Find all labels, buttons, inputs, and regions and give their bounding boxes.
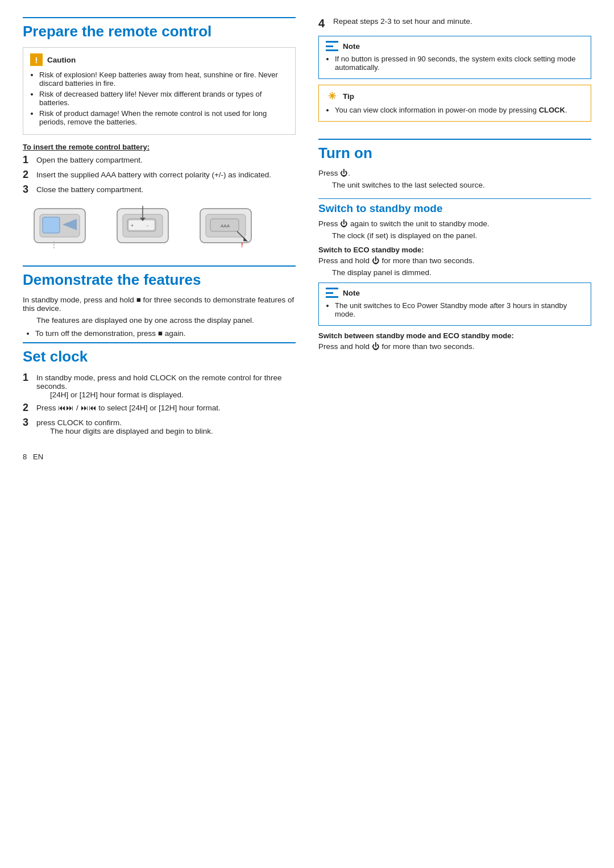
caution-header: ! Caution <box>30 53 288 66</box>
turn-on-body: Press ⏻. The unit switches to the last s… <box>318 169 591 189</box>
tip-header: ✳ Tip <box>326 90 584 102</box>
note-box-2: Note The unit switches to Eco Power Stan… <box>318 283 591 326</box>
demonstrate-bullet1: To turn off the demonstration, press ■ a… <box>35 329 296 338</box>
caution-box: ! Caution Risk of explosion! Keep batter… <box>23 47 296 135</box>
note2-label: Note <box>343 289 360 297</box>
demonstrate-para1: In standby mode, press and hold ■ for th… <box>23 296 296 313</box>
standby-title: Switch to standby mode <box>318 198 591 215</box>
clock-step-num: 3 <box>23 417 33 435</box>
page-lang: EN <box>33 452 43 461</box>
tip-list: You can view clock information in power-… <box>326 106 584 114</box>
turn-on-desc: The unit switches to the last selected s… <box>318 181 591 189</box>
caution-icon: ! <box>30 53 43 66</box>
step-text: Close the battery compartment. <box>36 185 143 196</box>
demonstrate-title: Demonstrate the features <box>23 265 296 289</box>
caution-item: Risk of product damage! When the remote … <box>39 109 288 126</box>
step-3: 3 Close the battery compartment. <box>23 184 296 196</box>
demonstrate-bullets: To turn off the demonstration, press ■ a… <box>23 329 296 338</box>
prepare-title: Prepare the remote control <box>23 17 296 40</box>
note2-list: The unit switches to Eco Power Standby m… <box>326 301 584 318</box>
right-column: 4 Repeat steps 2-3 to set hour and minut… <box>318 17 591 461</box>
caution-item: Risk of explosion! Keep batteries away f… <box>39 70 288 88</box>
eco-body: Press and hold ⏻ for more than two secon… <box>318 256 591 277</box>
note1-label: Note <box>343 42 360 51</box>
tip-item: You can view clock information in power-… <box>335 106 584 114</box>
caution-list: Risk of explosion! Keep batteries away f… <box>30 70 288 126</box>
step-num: 2 <box>23 169 33 181</box>
note-icon-1 <box>326 41 338 51</box>
turn-on-title: Turn on <box>318 139 591 162</box>
step-1: 1 Open the battery compartment. <box>23 155 296 166</box>
clock-step-num: 2 <box>23 402 33 414</box>
page-footer: 8 EN <box>23 452 296 461</box>
clock-step-num: 1 <box>23 372 33 399</box>
step4-num: 4 <box>318 17 329 30</box>
clock-step-indent: [24H] or [12H] hour format is displayed. <box>36 391 184 399</box>
clock-step-indent: The hour digits are displayed and begin … <box>36 427 213 435</box>
note2-header: Note <box>326 288 584 298</box>
battery-image-1 <box>23 203 97 254</box>
note1-header: Note <box>326 41 584 51</box>
turn-on-press: Press ⏻. <box>318 169 591 177</box>
eco-heading: Switch to ECO standby mode: <box>318 246 591 254</box>
clock-step-2: 2 Press ⏮⏭ / ⏭⏮ to select [24H] or [12H]… <box>23 402 296 414</box>
battery-image-3: AAA ! <box>189 203 263 254</box>
note2-item: The unit switches to Eco Power Standby m… <box>335 301 584 318</box>
svg-text:!: ! <box>241 242 243 248</box>
demonstrate-para2: The features are displayed one by one ac… <box>23 316 296 325</box>
standby-para2: The clock (if set) is displayed on the p… <box>318 231 591 240</box>
page-number: 8 <box>23 452 27 461</box>
svg-rect-2 <box>43 217 60 233</box>
eco-para2: The display panel is dimmed. <box>318 268 591 277</box>
eco-para1: Press and hold ⏻ for more than two secon… <box>318 256 591 265</box>
note-icon-2 <box>326 288 338 298</box>
set-clock-title: Set clock <box>23 342 296 366</box>
step-num: 1 <box>23 155 33 166</box>
clock-steps: 1 In standby mode, press and hold CLOCK … <box>23 372 296 435</box>
caution-label: Caution <box>47 56 76 64</box>
tip-box: ✳ Tip You can view clock information in … <box>318 85 591 122</box>
svg-text:-: - <box>147 223 148 229</box>
insert-steps: 1 Open the battery compartment. 2 Insert… <box>23 155 296 195</box>
svg-text:+: + <box>131 223 134 229</box>
clock-step-text: Press ⏮⏭ / ⏭⏮ to select [24H] or [12H] h… <box>36 404 221 414</box>
step4-text: Repeat steps 2-3 to set hour and minute. <box>333 17 472 26</box>
step-text: Open the battery compartment. <box>36 156 143 166</box>
switch-between-heading: Switch between standby mode and ECO stan… <box>318 331 591 340</box>
step-num: 3 <box>23 184 33 196</box>
note1-item: If no button is pressed in 90 seconds, t… <box>335 55 584 72</box>
clock-step-1: 1 In standby mode, press and hold CLOCK … <box>23 372 296 399</box>
note-box-1: Note If no button is pressed in 90 secon… <box>318 36 591 79</box>
tip-label: Tip <box>343 92 354 101</box>
note1-list: If no button is pressed in 90 seconds, t… <box>326 55 584 72</box>
clock-step-text: In standby mode, press and hold CLOCK on… <box>36 373 296 399</box>
step-2: 2 Insert the supplied AAA battery with c… <box>23 169 296 181</box>
svg-text:AAA: AAA <box>221 223 230 229</box>
standby-body: Press ⏻ again to switch the unit to stan… <box>318 219 591 240</box>
caution-item: Risk of decreased battery life! Never mi… <box>39 90 288 107</box>
demonstrate-body: In standby mode, press and hold ■ for th… <box>23 296 296 325</box>
tip-icon: ✳ <box>326 90 338 102</box>
switch-between-body: Press and hold ⏻ for more than two secon… <box>318 342 591 351</box>
left-column: Prepare the remote control ! Caution Ris… <box>23 17 296 461</box>
standby-para1: Press ⏻ again to switch the unit to stan… <box>318 219 591 228</box>
clock-step-text: press CLOCK to confirm. The hour digits … <box>36 418 213 435</box>
step-text: Insert the supplied AAA battery with cor… <box>36 171 271 181</box>
battery-image-2: + - <box>106 203 180 254</box>
clock-step-3: 3 press CLOCK to confirm. The hour digit… <box>23 417 296 435</box>
insert-heading: To insert the remote control battery: <box>23 143 296 151</box>
battery-images: + - AAA ! <box>23 203 296 254</box>
step4-row: 4 Repeat steps 2-3 to set hour and minut… <box>318 17 591 30</box>
